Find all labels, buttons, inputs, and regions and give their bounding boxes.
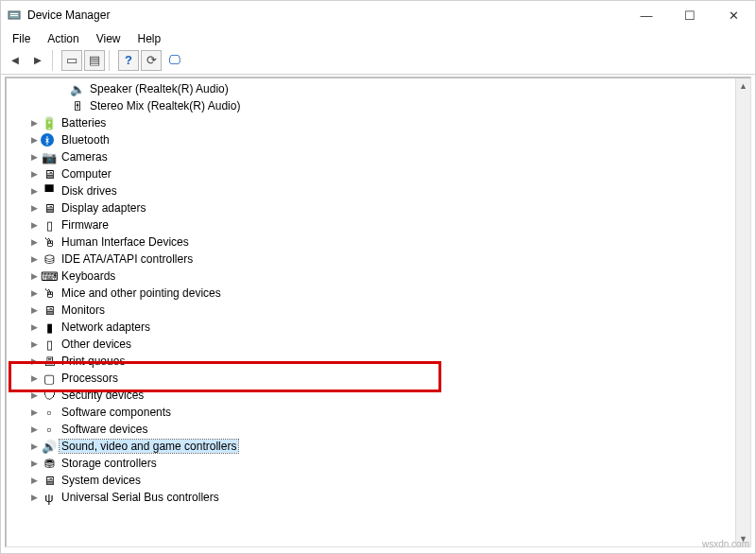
- device-icon: 🖥: [41, 200, 58, 216]
- refresh-button[interactable]: ⟳: [141, 50, 162, 71]
- expand-chevron-icon[interactable]: ▶: [27, 476, 41, 485]
- category-node[interactable]: ▶▫Software devices: [24, 421, 735, 438]
- svg-rect-2: [10, 15, 18, 16]
- expand-chevron-icon[interactable]: ▶: [27, 356, 41, 366]
- device-icon: 🖥: [41, 473, 58, 488]
- category-node[interactable]: ▶▀Disk drives: [24, 182, 735, 199]
- category-node[interactable]: ▶🖥Monitors: [24, 302, 735, 319]
- device-icon: 🔋: [41, 115, 58, 130]
- node-label: Software components: [60, 406, 173, 419]
- expand-chevron-icon[interactable]: ▶: [27, 118, 41, 128]
- expand-chevron-icon[interactable]: ▶: [27, 288, 41, 298]
- minimize-button[interactable]: —: [625, 1, 668, 29]
- node-label: Firmware: [60, 218, 111, 232]
- help-button[interactable]: ?: [118, 50, 139, 71]
- category-node[interactable]: ▶📷Cameras: [24, 148, 735, 165]
- node-label: Monitors: [60, 303, 107, 317]
- leaf-node[interactable]: ▶🔈Speaker (Realtek(R) Audio): [52, 80, 735, 97]
- menu-action[interactable]: Action: [40, 31, 86, 46]
- device-icon: 🔈: [69, 81, 86, 96]
- expand-chevron-icon[interactable]: ▶: [27, 152, 41, 162]
- category-node[interactable]: ▶▯Firmware: [24, 216, 735, 234]
- window-title: Device Manager: [27, 9, 110, 22]
- device-icon: 📷: [41, 149, 58, 164]
- node-label: Security devices: [60, 389, 146, 402]
- device-icon: ψ: [41, 490, 58, 505]
- node-label: Bluetooth: [60, 133, 112, 147]
- expand-chevron-icon[interactable]: ▶: [27, 322, 41, 332]
- category-node[interactable]: ▶🖱Human Interface Devices: [24, 234, 735, 251]
- category-node[interactable]: ▶▯Other devices: [24, 336, 735, 353]
- device-icon: 🎚: [69, 98, 86, 113]
- category-node[interactable]: ▶⛃Storage controllers: [24, 455, 735, 472]
- category-node[interactable]: ▶🔋Batteries: [24, 114, 735, 131]
- expand-chevron-icon[interactable]: ▶: [27, 373, 41, 383]
- leaf-node[interactable]: ▶🎚Stereo Mix (Realtek(R) Audio): [52, 97, 735, 114]
- category-node[interactable]: ▶🖥Display adapters: [24, 199, 735, 216]
- device-icon: 🖱: [41, 286, 58, 301]
- scroll-up-button[interactable]: ▲: [736, 78, 750, 94]
- expand-chevron-icon[interactable]: ▶: [27, 424, 41, 434]
- node-label: Computer: [60, 167, 113, 181]
- device-icon: 🖶: [41, 354, 58, 369]
- device-icon: 🖥: [41, 166, 58, 182]
- category-node[interactable]: ▶🖥Computer: [24, 165, 735, 182]
- category-node[interactable]: ▶🖶Print queues: [24, 353, 735, 370]
- category-node[interactable]: ▶🖱Mice and other pointing devices: [24, 285, 735, 302]
- device-icon: ▮: [41, 320, 58, 335]
- node-label: Print queues: [60, 355, 127, 368]
- expand-chevron-icon[interactable]: ▶: [27, 459, 41, 468]
- expand-chevron-icon[interactable]: ▶: [27, 237, 41, 247]
- device-icon: ▫: [41, 405, 58, 420]
- expand-chevron-icon[interactable]: ▶: [27, 305, 41, 315]
- device-icon: 🖱: [41, 234, 58, 250]
- category-node[interactable]: ▶▮Network adapters: [24, 319, 735, 336]
- category-node[interactable]: ▶🖥System devices: [24, 472, 735, 489]
- properties-button[interactable]: ▤: [84, 50, 105, 71]
- show-hide-tree-button[interactable]: ▭: [61, 50, 82, 71]
- close-button[interactable]: ✕: [712, 1, 755, 29]
- category-node[interactable]: ▶▫Software components: [24, 404, 735, 421]
- expand-chevron-icon[interactable]: ▶: [27, 203, 41, 213]
- expand-chevron-icon[interactable]: ▶: [27, 186, 41, 196]
- device-icon: ▫: [41, 422, 58, 437]
- node-label: Network adapters: [60, 320, 152, 334]
- node-label: Cameras: [60, 150, 110, 164]
- scroll-track[interactable]: [736, 94, 750, 531]
- expand-chevron-icon[interactable]: ▶: [27, 271, 41, 281]
- maximize-button[interactable]: ☐: [668, 1, 712, 29]
- node-label: System devices: [60, 474, 143, 487]
- expand-chevron-icon[interactable]: ▶: [27, 493, 41, 502]
- back-button[interactable]: ◄: [5, 50, 26, 71]
- device-tree[interactable]: ▶🔈Speaker (Realtek(R) Audio)▶🎚Stereo Mix…: [7, 78, 735, 546]
- expand-chevron-icon[interactable]: ▶: [27, 390, 41, 400]
- expand-chevron-icon[interactable]: ▶: [27, 220, 41, 230]
- node-label: Storage controllers: [60, 457, 159, 470]
- category-node[interactable]: ▶ψUniversal Serial Bus controllers: [24, 489, 735, 506]
- expand-chevron-icon[interactable]: ▶: [27, 407, 41, 417]
- device-icon: ▯: [41, 217, 58, 233]
- node-label: Keyboards: [60, 269, 117, 283]
- menu-help[interactable]: Help: [130, 31, 169, 46]
- node-label: Sound, video and game controllers: [60, 440, 238, 453]
- vertical-scrollbar[interactable]: ▲ ▼: [735, 78, 750, 546]
- category-node[interactable]: ▶🔊Sound, video and game controllers: [24, 438, 735, 455]
- view-monitors-button[interactable]: 🖵: [163, 50, 184, 71]
- menu-file[interactable]: File: [5, 31, 38, 46]
- expand-chevron-icon[interactable]: ▶: [27, 339, 41, 349]
- category-node[interactable]: ▶⛁IDE ATA/ATAPI controllers: [24, 251, 735, 268]
- expand-chevron-icon[interactable]: ▶: [27, 254, 41, 264]
- category-node[interactable]: ▶⌨Keyboards: [24, 268, 735, 285]
- expand-chevron-icon[interactable]: ▶: [27, 441, 41, 451]
- category-node[interactable]: ▶🛡Security devices: [24, 387, 735, 404]
- menubar: File Action View Help: [1, 29, 755, 48]
- node-label: Disk drives: [60, 184, 119, 198]
- expand-chevron-icon[interactable]: ▶: [27, 169, 41, 179]
- forward-button[interactable]: ►: [27, 50, 48, 71]
- watermark: wsxdn.com: [702, 539, 749, 549]
- menu-view[interactable]: View: [89, 31, 129, 46]
- node-label: Batteries: [60, 116, 108, 130]
- category-node[interactable]: ▶ᚼBluetooth: [24, 131, 735, 148]
- category-node[interactable]: ▶▢Processors: [24, 370, 735, 387]
- expand-chevron-icon[interactable]: ▶: [27, 135, 41, 145]
